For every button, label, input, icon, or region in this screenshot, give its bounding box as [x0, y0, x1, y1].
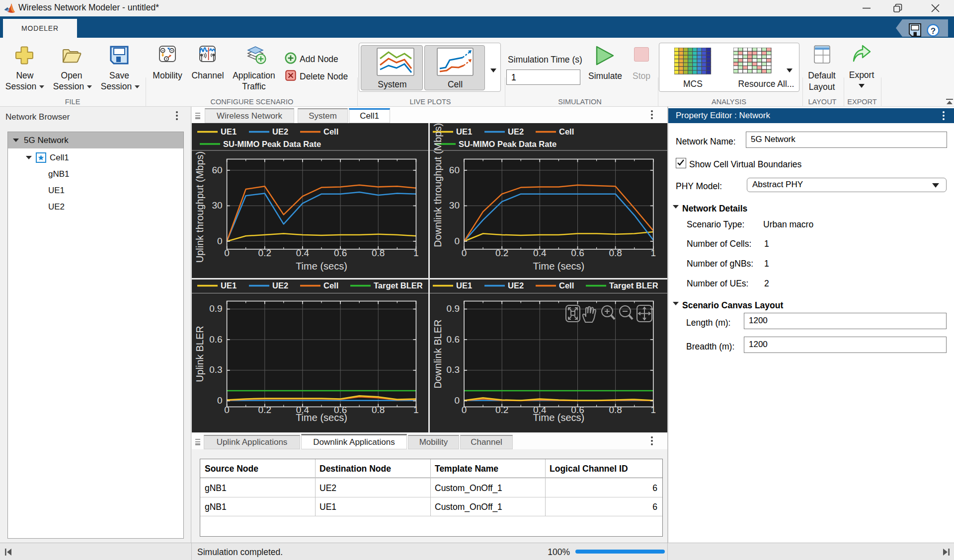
- svg-text:UE1: UE1: [456, 281, 472, 290]
- svg-text:SU-MIMO Peak Data Rate: SU-MIMO Peak Data Rate: [459, 140, 556, 148]
- svg-text:Time (secs): Time (secs): [533, 412, 585, 423]
- svg-text:Cell: Cell: [559, 127, 574, 136]
- svg-text:60: 60: [449, 165, 460, 175]
- svg-text:Uplink throughput (Mbps): Uplink throughput (Mbps): [194, 151, 205, 263]
- svg-text:0: 0: [217, 395, 223, 406]
- svg-text:UE1: UE1: [221, 127, 237, 136]
- svg-text:0.2: 0.2: [495, 248, 508, 258]
- svg-text:SU-MIMO Peak Data Rate: SU-MIMO Peak Data Rate: [223, 140, 321, 148]
- svg-text:0.2: 0.2: [495, 405, 508, 415]
- svg-text:0.8: 0.8: [372, 405, 385, 415]
- svg-text:Time (secs): Time (secs): [296, 412, 347, 423]
- svg-text:1: 1: [651, 405, 656, 415]
- svg-text:0: 0: [224, 248, 230, 258]
- svg-text:Time (secs): Time (secs): [296, 261, 347, 272]
- svg-text:30: 30: [212, 200, 222, 210]
- svg-text:1: 1: [413, 248, 419, 258]
- svg-text:Downlink BLER: Downlink BLER: [432, 320, 443, 389]
- svg-text:0: 0: [462, 248, 467, 258]
- svg-text:UE2: UE2: [508, 281, 524, 290]
- svg-text:0: 0: [217, 236, 223, 246]
- svg-text:0.2: 0.2: [258, 248, 271, 258]
- svg-text:Cell: Cell: [323, 281, 338, 290]
- svg-text:0.2: 0.2: [258, 405, 271, 415]
- svg-text:UE2: UE2: [272, 281, 288, 290]
- svg-text:0.3: 0.3: [209, 364, 222, 375]
- svg-text:0.9: 0.9: [209, 303, 222, 314]
- svg-text:0.6: 0.6: [571, 248, 584, 258]
- svg-text:UE1: UE1: [456, 127, 472, 136]
- svg-text:Time (secs): Time (secs): [533, 261, 585, 272]
- svg-text:60: 60: [212, 165, 222, 175]
- svg-text:1: 1: [651, 248, 656, 258]
- svg-text:Uplink BLER: Uplink BLER: [194, 326, 205, 382]
- svg-text:Cell: Cell: [323, 127, 338, 136]
- svg-text:0: 0: [224, 405, 230, 415]
- svg-text:0.8: 0.8: [609, 248, 622, 258]
- svg-text:0.8: 0.8: [609, 405, 622, 415]
- svg-text:?: ?: [931, 26, 936, 36]
- svg-text:0: 0: [462, 405, 467, 415]
- svg-text:0.4: 0.4: [533, 248, 547, 258]
- svg-text:UE2: UE2: [508, 127, 524, 136]
- svg-text:0.6: 0.6: [447, 334, 460, 345]
- svg-text:0: 0: [454, 395, 460, 406]
- svg-text:0.6: 0.6: [209, 334, 222, 345]
- svg-text:Target BLER: Target BLER: [374, 281, 423, 290]
- svg-text:0.8: 0.8: [372, 248, 385, 258]
- svg-text:30: 30: [449, 200, 460, 210]
- svg-text:0.3: 0.3: [447, 364, 460, 375]
- svg-text:UE2: UE2: [272, 127, 288, 136]
- svg-text:Target BLER: Target BLER: [609, 281, 658, 290]
- svg-text:UE1: UE1: [221, 281, 237, 290]
- svg-text:0.4: 0.4: [296, 248, 310, 258]
- svg-text:0.6: 0.6: [334, 248, 347, 258]
- svg-text:0.9: 0.9: [447, 303, 460, 314]
- svg-text:1: 1: [413, 405, 419, 415]
- svg-text:Downlink throughput (Mbps): Downlink throughput (Mbps): [432, 123, 443, 247]
- svg-text:0: 0: [454, 236, 460, 246]
- svg-text:Cell: Cell: [559, 281, 574, 290]
